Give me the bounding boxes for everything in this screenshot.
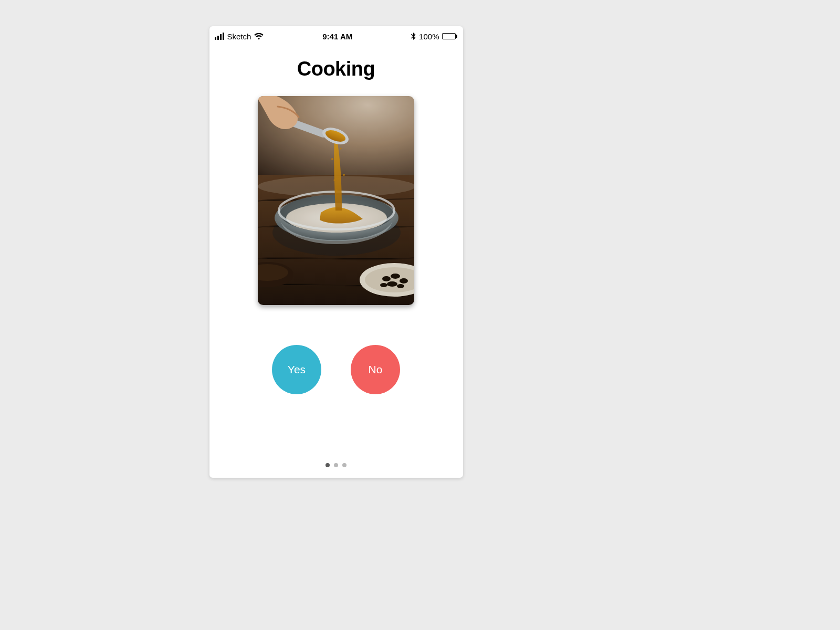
card-container [209,96,463,305]
yes-button[interactable]: Yes [272,345,321,394]
svg-rect-27 [258,96,414,305]
status-bar: Sketch 9:41 AM 100% [209,26,463,43]
wifi-icon [254,33,264,40]
stage: Sketch 9:41 AM 100% [0,0,672,504]
no-button[interactable]: No [351,345,400,394]
status-right: 100% [411,32,457,41]
signal-icon [215,33,224,40]
no-button-label: No [369,363,383,376]
decision-buttons: Yes No [209,345,463,394]
battery-icon [442,33,457,39]
cooking-image-card[interactable] [258,96,414,305]
page-dot-1[interactable] [326,463,330,467]
phone-frame: Sketch 9:41 AM 100% [209,26,463,478]
page-dot-3[interactable] [342,463,346,467]
page-title: Cooking [209,58,463,80]
pagination-dots [209,463,463,467]
yes-button-label: Yes [288,363,306,376]
carrier-label: Sketch [227,32,251,41]
page-dot-2[interactable] [334,463,338,467]
status-time: 9:41 AM [322,32,352,41]
battery-percent: 100% [419,32,439,41]
bluetooth-icon [411,33,416,40]
status-left: Sketch [215,32,264,41]
